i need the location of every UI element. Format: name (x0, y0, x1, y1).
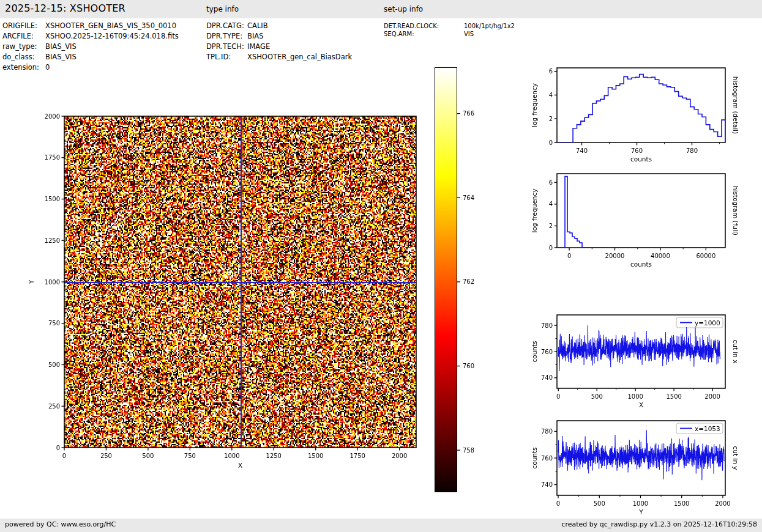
histogram-detail-plot: 7407607800246countslog frequencyhistogra… (531, 68, 739, 163)
meta-label: raw_type: (2, 42, 45, 51)
x-tick-label: 500 (594, 500, 605, 507)
meta-row: DET.READ.CLOCK:100k/1pt/hg/1x2 (384, 23, 515, 31)
x-tick-label: 1000 (627, 393, 643, 400)
header-bar: 2025-12-15: XSHOOTER type info set-up in… (0, 0, 762, 18)
x-tick-label: 1000 (633, 500, 648, 507)
x-tick-label: 500 (591, 393, 603, 400)
y-tick-label: 740 (541, 481, 553, 488)
meta-value: VIS (464, 31, 474, 37)
x-tick-label: 760 (631, 147, 643, 154)
y-tick-label: 1500 (45, 196, 60, 202)
page-title: 2025-12-15: XSHOOTER (5, 2, 125, 14)
y-tick-label: 0 (56, 445, 60, 451)
meta-label: ARCFILE: (2, 32, 45, 40)
x-tick-label: 1750 (349, 453, 365, 459)
y-tick-label: 750 (48, 320, 60, 327)
y-tick-label: 4 (549, 201, 553, 207)
legend-label: x=1053 (695, 425, 720, 432)
colorbar-tick-label: 762 (463, 278, 474, 285)
x-tick-label: 750 (184, 453, 196, 459)
file-info-panel: ORIGFILE:XSHOOTER_GEN_BIAS_VIS_350_0010A… (2, 21, 179, 73)
legend-label: y=1000 (695, 319, 720, 327)
y-tick-label: 780 (541, 428, 553, 435)
meta-label: DPR.CATG: (206, 21, 247, 30)
x-axis-label: X (639, 401, 643, 408)
y-tick-label: 4 (549, 92, 553, 98)
y-tick-label: 6 (549, 68, 553, 75)
meta-value: BIAS_VIS (45, 42, 77, 51)
y-tick-label: 2 (549, 116, 553, 122)
y-tick-label: 6 (549, 179, 553, 186)
x-axis-label: counts (630, 155, 652, 163)
x-tick-label: 0 (567, 253, 571, 259)
meta-value: BIAS_VIS (45, 53, 77, 61)
meta-row: ORIGFILE:XSHOOTER_GEN_BIAS_VIS_350_0010 (2, 21, 179, 32)
meta-label: DPR.TYPE: (206, 32, 247, 40)
footer-powered-by: powered by QC: www.eso.org/HC (5, 520, 116, 528)
x-tick-label: 1500 (666, 393, 681, 400)
meta-label: ORIGFILE: (2, 21, 45, 30)
y-axis-label: Y (28, 279, 35, 284)
x-tick-label: 60000 (696, 253, 715, 259)
histogram-step-line (557, 74, 725, 142)
right-axis-title: cut in x (732, 339, 739, 363)
meta-row: ARCFILE:XSHOO.2025-12-16T09:45:24.018.fi… (2, 32, 179, 42)
meta-label: DPR.TECH: (206, 42, 247, 51)
setup-info-panel: DET.READ.CLOCK:100k/1pt/hg/1x2SEQ.ARM:VI… (384, 23, 515, 39)
x-tick-label: 740 (576, 147, 588, 154)
meta-label: TPL.ID: (206, 53, 247, 61)
meta-label: do_class: (2, 53, 45, 61)
meta-value: BIAS (247, 32, 263, 40)
x-axis-label: X (238, 462, 242, 469)
x-tick-label: 40000 (651, 253, 670, 259)
meta-label: DET.READ.CLOCK: (384, 23, 464, 29)
right-axis-title: histogram (full) (732, 186, 739, 235)
x-tick-label: 500 (142, 453, 154, 459)
meta-value: 100k/1pt/hg/1x2 (464, 23, 515, 29)
x-tick-label: 0 (62, 453, 66, 459)
y-tick-label: 780 (541, 322, 553, 329)
colorbar-tick-label: 760 (463, 363, 474, 369)
y-axis-label: log frequency (531, 83, 538, 127)
right-axis-title: histogram (detail) (732, 76, 739, 134)
y-axis-label: counts (531, 447, 538, 468)
y-tick-label: 760 (541, 455, 553, 462)
y-tick-label: 500 (48, 361, 60, 368)
meta-row: do_class:BIAS_VIS (2, 53, 179, 63)
meta-row: extension:0 (2, 63, 179, 73)
meta-row: raw_type:BIAS_VIS (2, 42, 179, 53)
y-tick-label: 1000 (45, 279, 60, 286)
meta-row: DPR.TECH:IMAGE (206, 42, 352, 53)
cut-y-plot: 0500100015002000740760780Ycountscut in y… (531, 421, 739, 515)
setup-info-section-label: set-up info (384, 5, 423, 13)
x-axis-label: counts (630, 260, 652, 268)
y-tick-label: 760 (541, 349, 553, 355)
x-tick-label: 0 (556, 500, 560, 507)
meta-value: XSHOOTER_GEN_BIAS_VIS_350_0010 (45, 21, 176, 30)
colorbar-tick-label: 764 (463, 194, 474, 201)
meta-row: DPR.CATG:CALIB (206, 21, 352, 32)
y-tick-label: 740 (541, 374, 553, 381)
meta-value: XSHOO.2025-12-16T09:45:24.018.fits (45, 32, 179, 40)
type-info-panel: DPR.CATG:CALIBDPR.TYPE:BIASDPR.TECH:IMAG… (206, 21, 352, 63)
footer-created-by: created by qc_rawdisp.py v1.2.3 on 2025-… (561, 520, 757, 528)
y-tick-label: 0 (549, 139, 553, 146)
y-tick-label: 2000 (45, 113, 60, 120)
legend-box (676, 317, 723, 328)
y-tick-label: 1750 (45, 154, 60, 161)
y-tick-label: 0 (549, 245, 553, 251)
y-axis-label: counts (531, 341, 538, 362)
x-tick-label: 20000 (605, 253, 625, 259)
meta-value: 0 (45, 63, 50, 72)
right-axis-title: cut in y (732, 446, 739, 470)
histogram-step-line (557, 176, 725, 248)
legend-box (676, 423, 723, 434)
meta-label: extension: (2, 63, 45, 72)
footer-bar: powered by QC: www.eso.org/HC created by… (0, 519, 762, 532)
y-tick-label: 2 (549, 223, 553, 229)
histogram-full-plot: 02000040000600000246countslog frequencyh… (531, 174, 739, 268)
meta-value: XSHOOTER_gen_cal_BiasDark (247, 53, 352, 61)
colorbar-tick-label: 766 (463, 110, 474, 117)
x-tick-label: 2000 (392, 453, 407, 459)
colorbar-gradient (435, 67, 457, 492)
